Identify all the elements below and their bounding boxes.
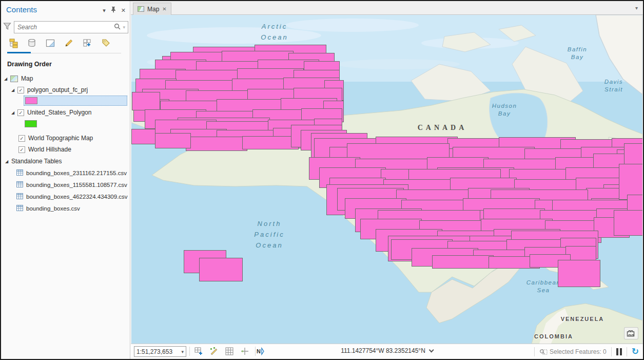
scale-value: 1:51,273,653 xyxy=(136,348,181,355)
active-ribbon-underline xyxy=(7,52,31,53)
north-arrow-icon[interactable]: N xyxy=(255,346,265,356)
map-tab-icon xyxy=(138,6,144,12)
layer-label[interactable]: polygon_output_fc_prj xyxy=(27,86,88,93)
attribution-button[interactable] xyxy=(624,327,638,339)
grid-icon[interactable] xyxy=(224,346,235,356)
scale-caret-icon: ▾ xyxy=(181,349,184,354)
list-by-labeling-icon[interactable] xyxy=(100,37,112,49)
layer-swatch-pink[interactable] xyxy=(25,97,37,104)
map-view-area: Map ✕ ▾ xyxy=(131,1,643,359)
standalone-tables-label[interactable]: Standalone Tables xyxy=(11,158,62,165)
contents-panel: Contents ▾ ✕ ▾ xyxy=(1,1,130,359)
separator xyxy=(611,347,612,356)
layer-label[interactable]: United_States_Polygon xyxy=(27,109,91,116)
layer-label[interactable]: World Hillshade xyxy=(28,146,71,153)
search-box: ▾ xyxy=(14,21,128,33)
selected-features-icon xyxy=(539,348,548,355)
refresh-icon[interactable]: ↻ xyxy=(632,347,639,356)
selected-features[interactable]: Selected Features: 0 xyxy=(539,348,607,355)
symbology-row[interactable] xyxy=(25,119,37,128)
search-icon[interactable] xyxy=(114,23,121,32)
expander-icon[interactable]: ◢ xyxy=(5,159,11,164)
standalone-table-item[interactable]: bounding_boxes_2311162.217155.csv xyxy=(16,168,127,178)
filter-icon[interactable] xyxy=(3,22,12,32)
table-icon xyxy=(16,205,23,213)
bounding-box xyxy=(186,137,247,151)
tab-close-icon[interactable]: ✕ xyxy=(162,6,166,12)
tree-item-united-states-polygon[interactable]: ◢ ✓ United_States_Polygon xyxy=(11,108,91,117)
tree-item-world-topographic-map[interactable]: ✓ World Topographic Map xyxy=(18,134,93,143)
list-by-selection-icon[interactable] xyxy=(44,37,56,49)
grid-add-icon[interactable] xyxy=(193,346,204,356)
table-item-label[interactable]: bounding_boxes_4622324.434309.csv xyxy=(26,194,128,200)
svg-text:N: N xyxy=(257,348,261,354)
expander-icon[interactable]: ◢ xyxy=(11,110,17,115)
standalone-table-item[interactable]: bounding_boxes_1155581.108577.csv xyxy=(16,180,127,190)
separator xyxy=(534,347,535,356)
bounding-box xyxy=(199,258,243,281)
crosshair-icon[interactable] xyxy=(240,346,250,356)
list-by-snapping-icon[interactable] xyxy=(81,37,93,49)
search-input[interactable] xyxy=(14,24,114,31)
list-by-drawing-order-icon[interactable] xyxy=(7,37,19,49)
coordinates-value: 111.1427754°W 83.2352145°N xyxy=(341,347,425,354)
arcgis-pro-window: Contents ▾ ✕ ▾ xyxy=(0,0,644,360)
panel-close-icon[interactable]: ✕ xyxy=(121,7,126,13)
map-status-bar: 1:51,273,653 ▾ N xyxy=(131,344,643,359)
symbology-row-selected[interactable] xyxy=(24,96,127,106)
separator xyxy=(627,347,627,356)
layer-label[interactable]: World Topographic Map xyxy=(28,135,93,142)
bounding-box xyxy=(614,210,642,236)
pause-drawing-button[interactable] xyxy=(616,348,622,355)
layer-visibility-checkbox[interactable]: ✓ xyxy=(18,135,25,142)
coordinates-caret-icon xyxy=(428,347,434,352)
selected-features-label: Selected Features: 0 xyxy=(550,348,607,355)
bounding-box xyxy=(155,133,191,148)
drawing-order-header: Drawing Order xyxy=(7,61,52,68)
map-tab-label: Map xyxy=(147,6,159,13)
bounding-box xyxy=(558,260,600,287)
map-canvas[interactable]: Arctic OceanBeaufortBaffin BayDavis Stra… xyxy=(131,15,642,344)
coordinates-display[interactable]: 111.1427754°W 83.2352145°N xyxy=(341,347,433,354)
sketch-icon[interactable] xyxy=(209,346,219,356)
layer-swatch-green[interactable] xyxy=(25,120,37,127)
bounding-box xyxy=(432,255,494,269)
layer-visibility-checkbox[interactable]: ✓ xyxy=(18,146,25,153)
table-icon xyxy=(16,193,23,201)
table-icon xyxy=(16,181,23,189)
expander-icon[interactable]: ◢ xyxy=(11,88,17,92)
tree-item-standalone-tables[interactable]: ◢ Standalone Tables xyxy=(5,157,62,166)
tree-item-map[interactable]: ◢ Map xyxy=(4,74,33,83)
search-history-caret-icon[interactable]: ▾ xyxy=(123,25,125,30)
tree-item-world-hillshade[interactable]: ✓ World Hillshade xyxy=(18,145,71,154)
tab-list-caret-icon[interactable]: ▾ xyxy=(635,5,638,11)
panel-pin-icon[interactable] xyxy=(111,6,116,14)
map-thumbnail-icon xyxy=(10,75,18,82)
layer-visibility-checkbox[interactable]: ✓ xyxy=(17,109,24,116)
panel-menu-caret-icon[interactable]: ▾ xyxy=(103,7,106,13)
tab-map[interactable]: Map ✕ xyxy=(133,3,171,15)
separator xyxy=(189,347,190,356)
table-item-label[interactable]: bounding_boxes_1155581.108577.csv xyxy=(26,182,127,188)
list-by-editing-icon[interactable] xyxy=(63,37,75,49)
standalone-table-item[interactable]: bounding_boxes_4622324.434309.csv xyxy=(16,192,128,201)
table-item-label[interactable]: bounding_boxes_2311162.217155.csv xyxy=(26,170,127,176)
scale-selector[interactable]: 1:51,273,653 ▾ xyxy=(134,346,186,357)
table-item-label[interactable]: bounding_boxes.csv xyxy=(26,205,80,212)
separator xyxy=(255,347,256,356)
tree-item-polygon-output[interactable]: ◢ ✓ polygon_output_fc_prj xyxy=(11,85,88,94)
expander-icon[interactable]: ◢ xyxy=(4,77,10,81)
standalone-table-item[interactable]: bounding_boxes.csv xyxy=(16,204,80,213)
contents-panel-title: Contents xyxy=(6,5,37,14)
list-by-source-icon[interactable] xyxy=(26,37,38,49)
view-tab-bar: Map ✕ ▾ xyxy=(131,1,643,15)
table-icon xyxy=(16,169,23,177)
tree-item-map-label[interactable]: Map xyxy=(21,75,33,82)
bounding-box xyxy=(132,92,160,110)
layer-visibility-checkbox[interactable]: ✓ xyxy=(17,87,24,93)
bounding-box xyxy=(242,136,299,149)
attribution-icon xyxy=(627,330,636,337)
